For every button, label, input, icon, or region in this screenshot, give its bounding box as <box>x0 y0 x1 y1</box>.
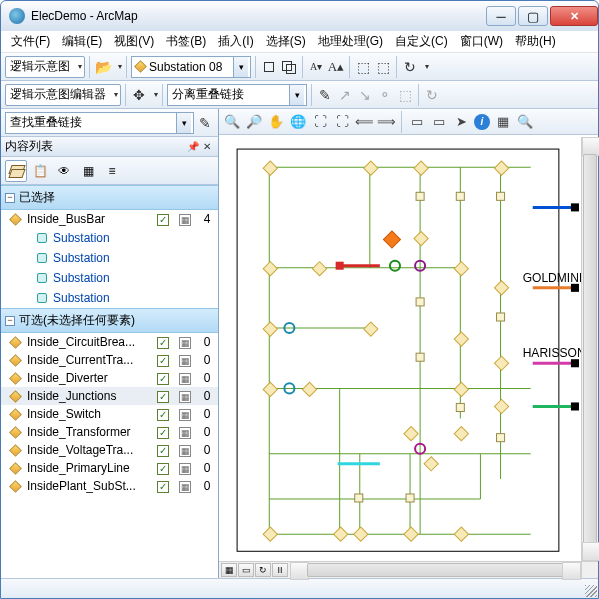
toc-row-busbar[interactable]: Inside_BusBar ▦ 4 <box>1 210 218 228</box>
propagate-in-icon[interactable] <box>260 58 278 76</box>
catalog-icon[interactable]: ▦ <box>494 113 512 131</box>
menu-insert[interactable]: 插入(I) <box>212 31 259 52</box>
selectable-icon[interactable]: ▦ <box>179 409 191 421</box>
toc-layer-row[interactable]: Inside_PrimaryLine▦0 <box>1 459 218 477</box>
zoom-in-icon[interactable]: 🔍 <box>223 113 241 131</box>
toc-layer-row[interactable]: Inside_Switch▦0 <box>1 405 218 423</box>
toc-substation-item[interactable]: Substation <box>1 288 218 308</box>
propagate-out-icon[interactable] <box>280 58 298 76</box>
move-tool[interactable]: ✥ <box>130 84 158 106</box>
substation-combo[interactable]: Substation 08 <box>131 56 251 78</box>
toc-substation-item[interactable]: Substation <box>1 228 218 248</box>
menu-geoprocessing[interactable]: 地理处理(G) <box>312 31 389 52</box>
selectable-icon[interactable]: ▦ <box>179 391 191 403</box>
layout-tool4-icon[interactable]: ⚬ <box>376 86 394 104</box>
checkbox-icon[interactable] <box>157 481 169 493</box>
rotate-icon[interactable]: ↻ <box>423 86 441 104</box>
selectable-icon[interactable]: ▦ <box>179 463 191 475</box>
selectable-icon[interactable]: ▦ <box>179 427 191 439</box>
layout-tool2-icon[interactable]: ↗ <box>336 86 354 104</box>
toc-layer-row[interactable]: Inside_Diverter▦0 <box>1 369 218 387</box>
selectable-icon[interactable]: ▦ <box>179 355 191 367</box>
toc-layer-row[interactable]: Inside_VoltageTra...▦0 <box>1 441 218 459</box>
back-extent-icon[interactable]: ⟸ <box>355 113 373 131</box>
collapse-icon[interactable]: − <box>5 193 15 203</box>
schematic-update-button[interactable]: ↻ <box>401 56 429 78</box>
selectable-icon[interactable]: ▦ <box>179 445 191 457</box>
toc-layer-row[interactable]: Inside_Transformer▦0 <box>1 423 218 441</box>
toc-layer-row[interactable]: InsidePlant_SubSt...▦0 <box>1 477 218 495</box>
map-canvas[interactable]: GOLDMINE HARISSON <box>219 137 581 561</box>
close-button[interactable]: ✕ <box>550 6 598 26</box>
refresh-tab[interactable]: ↻ <box>255 563 271 577</box>
toc-substation-item[interactable]: Substation <box>1 268 218 288</box>
maximize-button[interactable]: ▢ <box>518 6 548 26</box>
titlebar[interactable]: ElecDemo - ArcMap ─ ▢ ✕ <box>1 1 598 31</box>
layout-task-combo[interactable]: 分离重叠链接 <box>167 84 307 106</box>
search-icon[interactable]: 🔍 <box>516 113 534 131</box>
clear-selection-icon[interactable]: ▭ <box>430 113 448 131</box>
menu-window[interactable]: 窗口(W) <box>454 31 509 52</box>
checkbox-icon[interactable] <box>157 355 169 367</box>
selectable-icon[interactable]: ▦ <box>179 373 191 385</box>
schematic-props-icon[interactable]: ⬚ <box>354 58 372 76</box>
list-by-selection-button[interactable]: ▦ <box>77 160 99 182</box>
resize-grip[interactable] <box>585 585 597 597</box>
collapse-icon[interactable]: − <box>5 316 15 326</box>
find-links-combo[interactable]: 查找重叠链接 <box>5 112 194 134</box>
checkbox-icon[interactable] <box>157 463 169 475</box>
identify-icon[interactable]: i <box>474 114 490 130</box>
toc-layer-row[interactable]: Inside_CurrentTra...▦0 <box>1 351 218 369</box>
horizontal-scrollbar[interactable] <box>290 561 581 578</box>
toc-layer-row[interactable]: Inside_CircuitBrea...▦0 <box>1 333 218 351</box>
menu-help[interactable]: 帮助(H) <box>509 31 562 52</box>
checkbox-icon[interactable] <box>157 427 169 439</box>
menu-bookmark[interactable]: 书签(B) <box>160 31 212 52</box>
pause-tab[interactable]: II <box>272 563 288 577</box>
selectable-icon[interactable]: ▦ <box>179 337 191 349</box>
toc-layer-row[interactable]: Inside_Junctions▦0 <box>1 387 218 405</box>
schematic-props2-icon[interactable]: ⬚ <box>374 58 392 76</box>
layout-tool5-icon[interactable]: ⬚ <box>396 86 414 104</box>
minimize-button[interactable]: ─ <box>486 6 516 26</box>
toc-group-selected[interactable]: − 已选择 <box>1 185 218 210</box>
checkbox-icon[interactable] <box>157 373 169 385</box>
menu-customize[interactable]: 自定义(C) <box>389 31 454 52</box>
checkbox-icon[interactable] <box>157 214 169 226</box>
checkbox-icon[interactable] <box>157 445 169 457</box>
zoom-out-icon[interactable]: 🔎 <box>245 113 263 131</box>
menu-view[interactable]: 视图(V) <box>108 31 160 52</box>
toc-close-icon[interactable]: ✕ <box>200 141 214 152</box>
menu-edit[interactable]: 编辑(E) <box>56 31 108 52</box>
selectable-icon[interactable]: ▦ <box>179 481 191 493</box>
pointer-icon[interactable]: ➤ <box>452 113 470 131</box>
checkbox-icon[interactable] <box>157 409 169 421</box>
full-extent-icon[interactable]: 🌐 <box>289 113 307 131</box>
layout-tool3-icon[interactable]: ↘ <box>356 86 374 104</box>
find-links-run-icon[interactable]: ✎ <box>196 114 214 132</box>
data-view-tab[interactable]: ▦ <box>221 563 237 577</box>
options-button[interactable]: ≡ <box>101 160 123 182</box>
menu-file[interactable]: 文件(F) <box>5 31 56 52</box>
select-features-icon[interactable]: ▭ <box>408 113 426 131</box>
vertical-scrollbar[interactable] <box>581 137 598 561</box>
pan-icon[interactable]: ✋ <box>267 113 285 131</box>
list-by-visibility-button[interactable]: 👁 <box>53 160 75 182</box>
open-schematic-button[interactable]: 📂 <box>94 56 122 78</box>
selectable-icon[interactable]: ▦ <box>179 214 191 226</box>
list-by-drawing-button[interactable] <box>5 160 27 182</box>
forward-extent-icon[interactable]: ⟹ <box>377 113 395 131</box>
decrease-font-icon[interactable]: A▾ <box>307 58 325 76</box>
fixed-zoom-out-icon[interactable]: ⛶ <box>333 113 351 131</box>
toc-substation-item[interactable]: Substation <box>1 248 218 268</box>
checkbox-icon[interactable] <box>157 391 169 403</box>
checkbox-icon[interactable] <box>157 337 169 349</box>
layout-view-tab[interactable]: ▭ <box>238 563 254 577</box>
editor-menu[interactable]: 逻辑示意图编辑器 <box>5 84 121 106</box>
pin-icon[interactable]: 📌 <box>186 141 200 152</box>
apply-layout-icon[interactable]: ✎ <box>316 86 334 104</box>
toc-group-selectable[interactable]: − 可选(未选择任何要素) <box>1 308 218 333</box>
fixed-zoom-in-icon[interactable]: ⛶ <box>311 113 329 131</box>
increase-font-icon[interactable]: A▴ <box>327 58 345 76</box>
list-by-source-button[interactable]: 📋 <box>29 160 51 182</box>
